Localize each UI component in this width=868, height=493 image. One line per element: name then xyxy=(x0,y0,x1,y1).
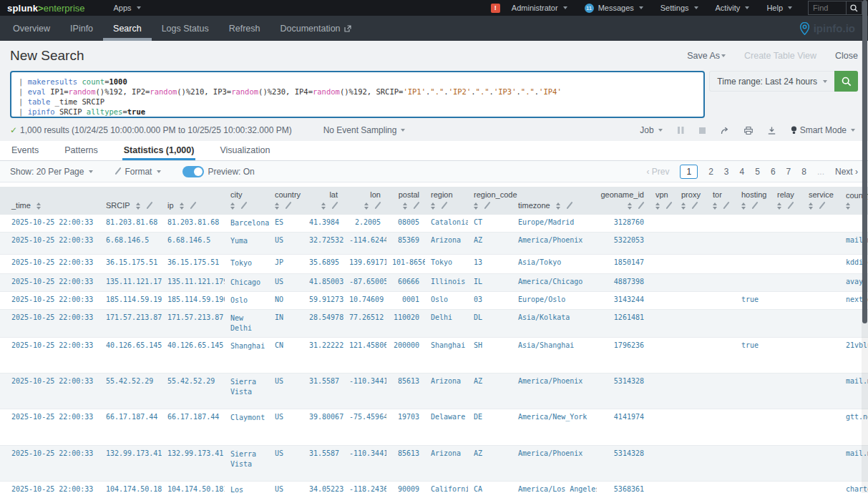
cell-country[interactable]: US xyxy=(269,446,303,482)
cell-lon[interactable]: -114.6244 xyxy=(343,233,386,255)
cell-ip[interactable]: 171.57.213.87 xyxy=(162,310,225,338)
cell-region[interactable]: Catalonia xyxy=(425,215,468,233)
appnav-item-refresh[interactable]: Refresh xyxy=(219,16,270,41)
edit-column-icon[interactable] xyxy=(787,202,794,210)
column-header-city[interactable]: city xyxy=(225,187,269,215)
cell-region[interactable]: Arizona xyxy=(425,374,468,409)
cell-_time[interactable]: 2025-10-25 22:00:33 xyxy=(0,255,100,274)
cell-geoname_id[interactable]: 4887398 xyxy=(597,274,650,292)
column-header-proxy[interactable]: proxy xyxy=(676,187,707,215)
column-header-vpn[interactable]: vpn xyxy=(650,187,676,215)
appnav-item-logs-status[interactable]: Logs Status xyxy=(152,16,219,41)
column-header-ip[interactable]: ip xyxy=(162,187,225,215)
per-page-menu[interactable]: Show: 20 Per Page xyxy=(10,167,93,177)
cell-postal[interactable]: 200000 xyxy=(386,338,425,374)
splunk-logo[interactable]: splunk>enterprise xyxy=(7,3,85,14)
cell-region[interactable]: Illinois xyxy=(425,274,468,292)
cell-SRCIP[interactable]: 171.57.213.87 xyxy=(100,310,162,338)
edit-column-icon[interactable] xyxy=(374,202,381,210)
cell-region[interactable]: Shanghai xyxy=(425,338,468,374)
cell-city[interactable]: Shanghai xyxy=(225,338,269,374)
sort-icon[interactable] xyxy=(809,202,813,210)
cell-city[interactable]: Barcelona xyxy=(225,215,269,233)
cell-timezone[interactable]: Asia/Kolkata xyxy=(512,310,597,338)
cell-lat[interactable]: 59.91273 xyxy=(303,292,343,310)
apps-menu[interactable]: Apps xyxy=(105,0,150,16)
cell-city[interactable]: Oslo xyxy=(225,292,269,310)
column-header-country[interactable]: country xyxy=(269,187,303,215)
appnav-item-documentation[interactable]: Documentation xyxy=(270,16,361,41)
cell-lat[interactable]: 31.22222 xyxy=(303,338,343,374)
activity-menu[interactable]: Activity xyxy=(707,0,759,16)
tab-statistics[interactable]: Statistics (1,000) xyxy=(122,141,196,160)
tab-patterns[interactable]: Patterns xyxy=(63,141,99,160)
cell-geoname_id[interactable]: 1850147 xyxy=(597,255,650,274)
cell-lat[interactable]: 28.54978 xyxy=(303,310,343,338)
cell-ip[interactable]: 36.15.175.51 xyxy=(162,255,225,274)
cell-geoname_id[interactable]: 5314328 xyxy=(597,374,650,409)
messages-menu[interactable]: 11 Messages xyxy=(576,0,652,16)
column-header-region_code[interactable]: region_code xyxy=(468,187,512,215)
cell-city[interactable]: New Delhi xyxy=(225,310,269,338)
sort-icon[interactable] xyxy=(846,202,850,210)
sort-icon[interactable] xyxy=(628,202,632,210)
column-header-lon[interactable]: lon xyxy=(343,187,386,215)
cell-ip[interactable]: 81.203.81.68 xyxy=(162,215,225,233)
page-button-8[interactable]: 8 xyxy=(801,167,806,177)
cell-city[interactable]: Sierra Vista xyxy=(225,374,269,409)
cell-geoname_id[interactable]: 3128760 xyxy=(597,215,650,233)
cell-city[interactable]: Sierra Vista xyxy=(225,446,269,482)
cell-ip[interactable]: 55.42.52.29 xyxy=(162,374,225,409)
cell-country[interactable]: US xyxy=(269,233,303,255)
column-header-lat[interactable]: lat xyxy=(303,187,343,215)
edit-column-icon[interactable] xyxy=(146,202,152,210)
cell-lat[interactable]: 35.6895 xyxy=(303,255,343,274)
cell-_time[interactable]: 2025-10-25 22:00:33 xyxy=(0,215,100,233)
find-input[interactable] xyxy=(809,4,846,12)
edit-column-icon[interactable] xyxy=(413,202,419,210)
cell-SRCIP[interactable]: 55.42.52.29 xyxy=(100,374,162,409)
cell-timezone[interactable]: America/Phoenix xyxy=(512,374,597,409)
stop-icon[interactable] xyxy=(699,127,706,134)
cell-timezone[interactable]: America/Phoenix xyxy=(512,233,597,255)
next-page-button[interactable]: Next › xyxy=(835,167,858,177)
sort-icon[interactable] xyxy=(403,202,407,210)
tab-visualization[interactable]: Visualization xyxy=(218,141,271,160)
tab-events[interactable]: Events xyxy=(10,141,40,160)
cell-ip[interactable]: 40.126.65.145 xyxy=(162,338,225,374)
cell-lon[interactable]: -110.3441 xyxy=(343,446,386,482)
cell-region[interactable]: Arizona xyxy=(425,446,468,482)
cell-lat[interactable]: 39.80067 xyxy=(303,409,343,446)
sort-icon[interactable] xyxy=(180,202,184,210)
cell-region[interactable]: Delaware xyxy=(425,409,468,446)
cell-_time[interactable]: 2025-10-25 22:00:33 xyxy=(0,292,100,310)
cell-lon[interactable]: 139.69171 xyxy=(343,255,386,274)
edit-column-icon[interactable] xyxy=(819,202,825,210)
cell-region[interactable]: Oslo xyxy=(425,292,468,310)
cell-_time[interactable]: 2025-10-25 22:00:33 xyxy=(0,310,100,338)
sort-icon[interactable] xyxy=(474,202,478,210)
column-header-region[interactable]: region xyxy=(425,187,468,215)
page-button-5[interactable]: 5 xyxy=(755,167,760,177)
cell-region[interactable]: California xyxy=(425,482,468,493)
cell-SRCIP[interactable]: 132.99.173.41 xyxy=(100,446,162,482)
cell-city[interactable]: Chicago xyxy=(225,274,269,292)
column-header-geoname_id[interactable]: geoname_id xyxy=(597,187,650,215)
cell-lat[interactable]: 34.05223 xyxy=(303,482,343,493)
cell-SRCIP[interactable]: 36.15.175.51 xyxy=(100,255,162,274)
sort-icon[interactable] xyxy=(741,202,746,210)
cell-region_code[interactable]: 03 xyxy=(468,292,512,310)
cell-country[interactable]: JP xyxy=(269,255,303,274)
sort-icon[interactable] xyxy=(364,202,369,210)
column-header-_time[interactable]: _time xyxy=(0,187,100,215)
help-menu[interactable]: Help xyxy=(758,0,801,16)
vertical-scrollbar[interactable] xyxy=(862,0,868,493)
edit-column-icon[interactable] xyxy=(285,202,291,210)
cell-region_code[interactable]: AZ xyxy=(468,233,512,255)
sort-icon[interactable] xyxy=(556,202,560,210)
scrollbar-thumb[interactable] xyxy=(862,0,867,323)
cell-hosting[interactable]: true xyxy=(736,338,771,374)
cell-postal[interactable]: 101-8656 xyxy=(386,255,425,274)
cell-geoname_id[interactable]: 3143244 xyxy=(597,292,650,310)
cell-lat[interactable]: 41.3984 xyxy=(303,215,343,233)
